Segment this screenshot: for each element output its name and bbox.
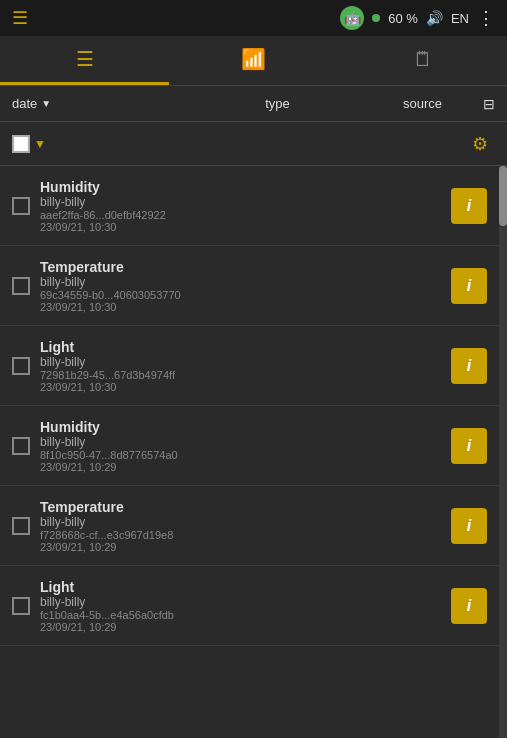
info-button-2[interactable]: i	[451, 348, 487, 384]
item-content-5: Light billy-billy fc1b0aa4-5b...e4a56a0c…	[40, 579, 441, 633]
list-item: Humidity billy-billy 8f10c950-47...8d877…	[0, 406, 499, 486]
tab-chart[interactable]: 📶	[169, 36, 338, 85]
info-button-1[interactable]: i	[451, 268, 487, 304]
tab-bar: ☰ 📶 🗒	[0, 36, 507, 86]
list-item: Temperature billy-billy 69c34559-b0...40…	[0, 246, 499, 326]
item-date-0: 23/09/21, 10:30	[40, 221, 441, 233]
status-bar: ☰ 🤖 60 % 🔊 EN ⋮	[0, 0, 507, 36]
item-content-4: Temperature billy-billy f728668c-cf...e3…	[40, 499, 441, 553]
volume-icon: 🔊	[426, 10, 443, 26]
filter-icon[interactable]: ⊟	[483, 96, 495, 112]
item-id-5: fc1b0aa4-5b...e4a56a0cfdb	[40, 609, 441, 621]
scrollbar-thumb[interactable]	[499, 166, 507, 226]
col-source-header[interactable]: source	[403, 96, 483, 111]
list-tab-icon: ☰	[76, 47, 94, 71]
menu-icon[interactable]: ☰	[12, 7, 28, 29]
item-title-2: Light	[40, 339, 441, 355]
toolbar-row: ▼ ⚙	[0, 122, 507, 166]
col-date-label: date	[12, 96, 37, 111]
item-content-1: Temperature billy-billy 69c34559-b0...40…	[40, 259, 441, 313]
scrollbar[interactable]	[499, 166, 507, 738]
battery-percent: 60 %	[388, 11, 418, 26]
gear-button[interactable]: ⚙	[465, 129, 495, 159]
android-icon: 🤖	[340, 6, 364, 30]
item-subtitle-2: billy-billy	[40, 355, 441, 369]
list-item: Humidity billy-billy aaef2ffa-86...d0efb…	[0, 166, 499, 246]
sort-arrow-icon: ▼	[41, 98, 51, 109]
item-checkbox-5[interactable]	[12, 597, 30, 615]
col-type-label: type	[265, 96, 290, 111]
col-source-label: source	[403, 96, 442, 111]
item-content-2: Light billy-billy 72981b29-45...67d3b497…	[40, 339, 441, 393]
info-button-5[interactable]: i	[451, 588, 487, 624]
status-right: 🤖 60 % 🔊 EN ⋮	[340, 6, 495, 30]
info-button-3[interactable]: i	[451, 428, 487, 464]
item-subtitle-5: billy-billy	[40, 595, 441, 609]
item-id-2: 72981b29-45...67d3b4974ff	[40, 369, 441, 381]
item-subtitle-3: billy-billy	[40, 435, 441, 449]
item-date-1: 23/09/21, 10:30	[40, 301, 441, 313]
chart-tab-icon: 📶	[241, 47, 266, 71]
item-checkbox-1[interactable]	[12, 277, 30, 295]
items-list[interactable]: Humidity billy-billy aaef2ffa-86...d0efb…	[0, 166, 499, 738]
list-item: Light billy-billy fc1b0aa4-5b...e4a56a0c…	[0, 566, 499, 646]
item-date-2: 23/09/21, 10:30	[40, 381, 441, 393]
col-date-header[interactable]: date ▼	[12, 96, 152, 111]
item-title-3: Humidity	[40, 419, 441, 435]
item-id-1: 69c34559-b0...40603053770	[40, 289, 441, 301]
item-subtitle-0: billy-billy	[40, 195, 441, 209]
select-all-checkbox[interactable]	[12, 135, 30, 153]
item-content-0: Humidity billy-billy aaef2ffa-86...d0efb…	[40, 179, 441, 233]
item-date-3: 23/09/21, 10:29	[40, 461, 441, 473]
item-checkbox-2[interactable]	[12, 357, 30, 375]
info-button-0[interactable]: i	[451, 188, 487, 224]
item-title-5: Light	[40, 579, 441, 595]
tab-list[interactable]: ☰	[0, 36, 169, 85]
list-item: Light billy-billy 72981b29-45...67d3b497…	[0, 326, 499, 406]
tab-detail[interactable]: 🗒	[338, 36, 507, 85]
item-checkbox-3[interactable]	[12, 437, 30, 455]
item-date-5: 23/09/21, 10:29	[40, 621, 441, 633]
item-title-1: Temperature	[40, 259, 441, 275]
info-button-4[interactable]: i	[451, 508, 487, 544]
item-checkbox-4[interactable]	[12, 517, 30, 535]
item-subtitle-1: billy-billy	[40, 275, 441, 289]
select-dropdown-arrow[interactable]: ▼	[34, 137, 46, 151]
language-label: EN	[451, 11, 469, 26]
item-id-0: aaef2ffa-86...d0efbf42922	[40, 209, 441, 221]
column-headers: date ▼ type source ⊟	[0, 86, 507, 122]
more-icon[interactable]: ⋮	[477, 7, 495, 29]
item-checkbox-0[interactable]	[12, 197, 30, 215]
item-content-3: Humidity billy-billy 8f10c950-47...8d877…	[40, 419, 441, 473]
detail-tab-icon: 🗒	[413, 48, 433, 71]
item-title-4: Temperature	[40, 499, 441, 515]
col-type-header[interactable]: type	[152, 96, 403, 111]
item-title-0: Humidity	[40, 179, 441, 195]
select-all-control[interactable]: ▼	[12, 135, 46, 153]
list-item: Temperature billy-billy f728668c-cf...e3…	[0, 486, 499, 566]
item-id-4: f728668c-cf...e3c967d19e8	[40, 529, 441, 541]
item-id-3: 8f10c950-47...8d8776574a0	[40, 449, 441, 461]
item-subtitle-4: billy-billy	[40, 515, 441, 529]
content-area: Humidity billy-billy aaef2ffa-86...d0efb…	[0, 166, 507, 738]
item-date-4: 23/09/21, 10:29	[40, 541, 441, 553]
status-left: ☰	[12, 7, 28, 29]
battery-indicator	[372, 14, 380, 22]
